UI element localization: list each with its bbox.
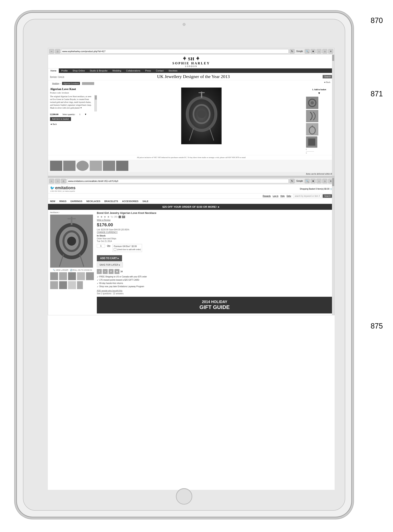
back-btn-1[interactable]: ←: [49, 49, 54, 54]
sh-logo-wings: ⚘ SH ⚘: [48, 56, 334, 61]
address-text-2: www.emitations.com/veallokn.html#.VEJ-oh…: [68, 180, 118, 182]
em-nav-rings[interactable]: RINGS: [59, 199, 67, 204]
em-ask-link[interactable]: ASK people who bought this: [97, 290, 332, 292]
em-write-review[interactable]: Write a Review: [97, 219, 332, 221]
em-help-link[interactable]: Help: [280, 195, 285, 197]
sh-nav-profile[interactable]: Profile: [59, 68, 70, 73]
home-button[interactable]: [176, 488, 192, 505]
em-login-link[interactable]: Log In: [273, 195, 279, 197]
sh-bottom-img-4: [90, 161, 102, 171]
search-btn-bar-1[interactable]: 🔍: [305, 49, 309, 54]
sh-search-button[interactable]: Search: [323, 75, 332, 78]
em-qty-section: Qty: [97, 244, 110, 248]
address-bar-2[interactable]: www.emitations.com/veallokn.html#.VEJ-oh…: [67, 179, 289, 183]
home-btn-1[interactable]: ⌂: [55, 49, 60, 54]
em-search-input[interactable]: [293, 194, 322, 198]
star-btn-2[interactable]: ★: [311, 179, 315, 183]
sh-scrollbar[interactable]: [332, 55, 334, 176]
sh-breadcrumb-sep: ›: [60, 82, 61, 85]
search-btn-bar-2[interactable]: 🔍: [305, 179, 309, 183]
em-facebook-icon[interactable]: f: [97, 269, 102, 274]
em-search-button[interactable]: Search: [323, 194, 332, 198]
sh-signin[interactable]: Sign In: [58, 75, 64, 78]
sh-nav-studio[interactable]: Studio & Bespoke: [87, 68, 110, 73]
sh-nav-collabs[interactable]: Collaborations: [124, 68, 143, 73]
em-promo-banner[interactable]: $25 OFF YOUR ORDER OF $150 OR MORE! ►: [48, 204, 334, 210]
sh-navigation: Home Profile Shop Online Studio & Bespok…: [48, 68, 334, 73]
em-thumb-2[interactable]: [59, 272, 67, 280]
em-add-to-cart-button[interactable]: ADD TO CART ▸: [97, 255, 122, 261]
sh-thumb-3[interactable]: [306, 123, 318, 135]
em-qty-input[interactable]: [97, 244, 105, 248]
sh-back-link-bottom[interactable]: ◄ Back: [50, 123, 97, 125]
refresh-btn-2[interactable]: ↻: [290, 179, 295, 183]
sh-product-title: Algerian Love Knot: [50, 87, 97, 91]
house-btn-1[interactable]: ⌂: [322, 49, 327, 54]
em-star-count: (30): [114, 216, 118, 218]
sh-add-to-basket-btn[interactable]: Add item to basket: [50, 117, 71, 121]
em-view-larger[interactable]: 🔍 VIEW LARGER 🔄 ROLL ON TO ZOOM IN: [50, 269, 95, 271]
sh-scroll-thumb[interactable]: [332, 55, 334, 61]
em-thumb-9[interactable]: [77, 281, 83, 289]
sh-main-product-image[interactable]: [181, 87, 222, 144]
em-thumb-3[interactable]: [68, 272, 76, 280]
em-product-image[interactable]: [50, 215, 93, 267]
em-thumb-7[interactable]: [59, 281, 67, 289]
em-right-column: Bond Girl Jewelry Algerian Love Knot Nec…: [97, 211, 332, 313]
em-nav-sale[interactable]: SALE: [142, 199, 148, 204]
em-scrollbar[interactable]: [332, 178, 334, 315]
sh-nav-wedding[interactable]: Wedding: [110, 68, 124, 73]
sh-qty-dropdown[interactable]: ▼: [84, 113, 87, 115]
sh-right-price: £ ————— £: [306, 149, 332, 154]
em-scroll-thumb[interactable]: [332, 178, 334, 186]
em-logo: 🐦emitations 1 800 652 5002 | se habla es…: [50, 186, 75, 192]
em-plus-icon[interactable]: +: [103, 269, 108, 274]
em-nav-earrings[interactable]: EARRINGS: [71, 199, 82, 204]
forward-btn-2[interactable]: →: [55, 179, 60, 183]
tablet-inner-bezel: ← ⌂ www.sophieharley.com/product.php?id=…: [23, 19, 345, 511]
em-change-currency[interactable]: CHANGE CURRENCY: [97, 231, 332, 233]
star-btn-1[interactable]: ★: [311, 49, 315, 54]
refresh-btn-1[interactable]: ↻: [290, 49, 295, 54]
sh-nav-contact[interactable]: Contact: [153, 68, 166, 73]
download-btn-2[interactable]: ↓: [316, 179, 321, 183]
em-benefit-3: ✓ 60-day hassle-free returns: [97, 282, 332, 285]
sh-nav-shop[interactable]: Shop Online: [70, 68, 88, 73]
em-thumb-1[interactable]: [50, 272, 58, 280]
em-nav-necklaces[interactable]: NECKLACES: [86, 199, 100, 204]
sh-thumb-2[interactable]: [306, 110, 318, 122]
em-product-img-content: [50, 215, 93, 267]
em-nav-new[interactable]: NEW: [50, 199, 55, 204]
em-gift-box-checkbox[interactable]: [114, 248, 116, 251]
em-rewards-link[interactable]: Rewards: [263, 195, 270, 197]
em-share-icon[interactable]: ⊕: [114, 269, 119, 274]
sh-back-link-top[interactable]: ◄ Back: [324, 81, 332, 86]
sh-thumb-4[interactable]: [306, 136, 317, 147]
back-btn-2[interactable]: ←: [49, 179, 54, 183]
menu-btn-1[interactable]: ≡: [328, 49, 333, 54]
sh-register[interactable]: Register: [50, 75, 57, 78]
em-nav-accessories[interactable]: ACCESSORIES: [122, 199, 138, 204]
sh-nav-stockists[interactable]: Stockists: [166, 68, 180, 73]
em-ships-label: Order Now and Ships: [97, 237, 332, 240]
house-btn-2[interactable]: ⌂: [322, 179, 327, 183]
em-thumb-4[interactable]: [77, 272, 85, 280]
em-thumb-8[interactable]: [68, 281, 76, 289]
sh-nav-home[interactable]: Home: [48, 68, 59, 73]
em-help2-link[interactable]: Deliv: [287, 195, 291, 197]
em-gift-box: Premium Gift Box*: $3.99 (check box to a…: [113, 244, 142, 252]
em-save-for-later-button[interactable]: SAVE FOR LATER ▸: [97, 262, 123, 267]
em-check-icon-4: ✓: [97, 285, 99, 288]
home-btn-2[interactable]: ⌂: [61, 179, 66, 183]
sh-thumb-1[interactable]: [306, 96, 318, 109]
sh-breadcrumb-home[interactable]: Wedding: [52, 82, 59, 85]
download-btn-1[interactable]: ↓: [316, 49, 321, 54]
em-holiday-line1: 2014 HOLIDAY: [100, 300, 329, 304]
em-nav-bracelets[interactable]: BRACELETS: [104, 199, 118, 204]
em-thumb-5[interactable]: [86, 272, 94, 280]
sh-nav-press[interactable]: Press: [143, 68, 153, 73]
em-thumb-6[interactable]: [50, 281, 58, 289]
em-logo-text: 🐦emitations: [50, 186, 75, 190]
em-pinterest-icon[interactable]: P: [109, 269, 113, 274]
address-bar-1[interactable]: www.sophieharley.com/product.php?id=417: [61, 49, 289, 54]
